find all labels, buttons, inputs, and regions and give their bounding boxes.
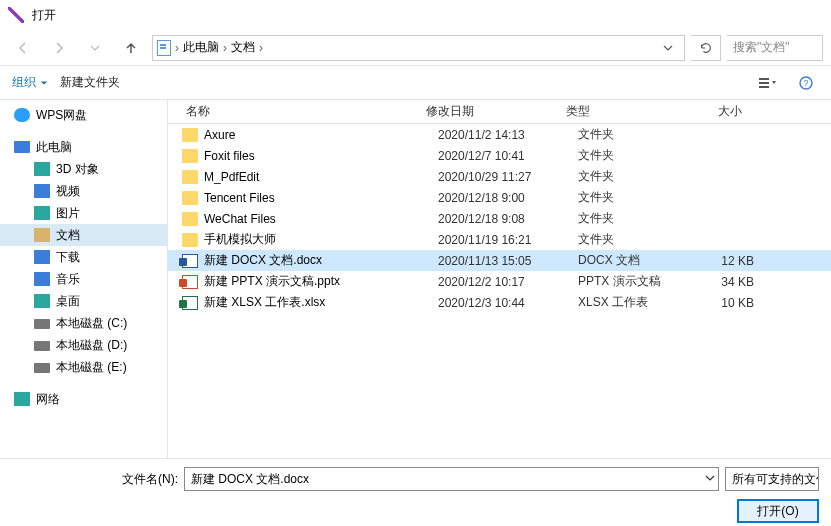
video-icon: [34, 184, 50, 198]
arrow-left-icon: [15, 40, 31, 56]
column-size[interactable]: 大小: [690, 103, 750, 120]
column-date[interactable]: 修改日期: [426, 103, 566, 120]
organize-label: 组织: [12, 74, 36, 91]
file-date: 2020/11/2 14:13: [438, 128, 578, 142]
chevron-right-icon: ›: [223, 41, 227, 55]
search-input[interactable]: 搜索"文档": [727, 35, 823, 61]
sidebar-item-desktop[interactable]: 桌面: [0, 290, 167, 312]
sidebar: WPS网盘 此电脑 3D 对象 视频 图片 文档 下载 音乐 桌面 本地磁盘 (…: [0, 100, 168, 458]
folder-icon: [182, 233, 198, 247]
up-button[interactable]: [116, 36, 146, 60]
file-type-filter[interactable]: 所有可支持的文件: [725, 467, 819, 491]
organize-menu[interactable]: 组织: [12, 74, 48, 91]
filter-label: 所有可支持的文件: [732, 471, 819, 488]
sidebar-item-pictures[interactable]: 图片: [0, 202, 167, 224]
file-name: 新建 XLSX 工作表.xlsx: [204, 294, 438, 311]
search-placeholder: 搜索"文档": [733, 39, 790, 56]
file-date: 2020/12/2 10:17: [438, 275, 578, 289]
file-row[interactable]: 手机模拟大师2020/11/19 16:21文件夹: [168, 229, 831, 250]
arrow-up-icon: [123, 40, 139, 56]
file-row[interactable]: WeChat Files2020/12/18 9:08文件夹: [168, 208, 831, 229]
title-bar: 打开: [0, 0, 831, 30]
file-row[interactable]: Foxit files2020/12/7 10:41文件夹: [168, 145, 831, 166]
sidebar-item-3d[interactable]: 3D 对象: [0, 158, 167, 180]
sidebar-label: WPS网盘: [36, 107, 87, 124]
breadcrumb-documents[interactable]: 文档: [231, 39, 255, 56]
folder-icon: [182, 149, 198, 163]
disk-icon: [34, 319, 50, 329]
file-type: 文件夹: [578, 147, 702, 164]
file-row[interactable]: 新建 PPTX 演示文稿.pptx2020/12/2 10:17PPTX 演示文…: [168, 271, 831, 292]
sidebar-item-disk-c[interactable]: 本地磁盘 (C:): [0, 312, 167, 334]
file-type: 文件夹: [578, 231, 702, 248]
pc-icon: [14, 141, 30, 153]
path-dropdown[interactable]: [656, 35, 680, 61]
documents-icon: [34, 228, 50, 242]
filename-dropdown[interactable]: [700, 472, 718, 486]
help-button[interactable]: ?: [793, 72, 819, 94]
sidebar-item-network[interactable]: 网络: [0, 388, 167, 410]
file-type: DOCX 文档: [578, 252, 702, 269]
disk-icon: [34, 363, 50, 373]
file-rows: Axure2020/11/2 14:13文件夹Foxit files2020/1…: [168, 124, 831, 458]
file-row[interactable]: Tencent Files2020/12/18 9:00文件夹: [168, 187, 831, 208]
sidebar-item-disk-d[interactable]: 本地磁盘 (D:): [0, 334, 167, 356]
file-type: 文件夹: [578, 210, 702, 227]
refresh-button[interactable]: [691, 35, 721, 61]
sidebar-label: 网络: [36, 391, 60, 408]
sidebar-item-pc[interactable]: 此电脑: [0, 136, 167, 158]
file-date: 2020/11/13 15:05: [438, 254, 578, 268]
file-row[interactable]: 新建 DOCX 文档.docx2020/11/13 15:05DOCX 文档12…: [168, 250, 831, 271]
sidebar-item-downloads[interactable]: 下载: [0, 246, 167, 268]
chevron-right-icon: ›: [259, 41, 263, 55]
file-name: Axure: [204, 128, 438, 142]
back-button[interactable]: [8, 36, 38, 60]
chevron-down-icon: [90, 43, 100, 53]
recent-dropdown[interactable]: [80, 36, 110, 60]
folder-icon: [182, 191, 198, 205]
file-name: M_PdfEdit: [204, 170, 438, 184]
open-button[interactable]: 打开(O): [737, 499, 819, 523]
sidebar-item-music[interactable]: 音乐: [0, 268, 167, 290]
sidebar-label: 此电脑: [36, 139, 72, 156]
sidebar-label: 本地磁盘 (D:): [56, 337, 127, 354]
sidebar-label: 视频: [56, 183, 80, 200]
file-row[interactable]: 新建 XLSX 工作表.xlsx2020/12/3 10:44XLSX 工作表1…: [168, 292, 831, 313]
downloads-icon: [34, 250, 50, 264]
file-type: 文件夹: [578, 168, 702, 185]
column-name[interactable]: 名称: [168, 103, 426, 120]
file-date: 2020/12/18 9:08: [438, 212, 578, 226]
sidebar-item-disk-e[interactable]: 本地磁盘 (E:): [0, 356, 167, 378]
music-icon: [34, 272, 50, 286]
file-size: 34 KB: [702, 275, 762, 289]
breadcrumb-this-pc[interactable]: 此电脑: [183, 39, 219, 56]
file-type: PPTX 演示文稿: [578, 273, 702, 290]
file-date: 2020/12/18 9:00: [438, 191, 578, 205]
new-folder-button[interactable]: 新建文件夹: [60, 74, 120, 91]
column-type[interactable]: 类型: [566, 103, 690, 120]
file-date: 2020/11/19 16:21: [438, 233, 578, 247]
breadcrumb-path[interactable]: › 此电脑 › 文档 ›: [152, 35, 685, 61]
chevron-down-icon: [663, 43, 673, 53]
filename-value: 新建 DOCX 文档.docx: [185, 471, 700, 488]
svg-rect-2: [759, 86, 769, 88]
file-row[interactable]: Axure2020/11/2 14:13文件夹: [168, 124, 831, 145]
disk-icon: [34, 341, 50, 351]
file-date: 2020/10/29 11:27: [438, 170, 578, 184]
chevron-right-icon: ›: [175, 41, 179, 55]
sidebar-label: 音乐: [56, 271, 80, 288]
file-type: 文件夹: [578, 189, 702, 206]
desktop-icon: [34, 294, 50, 308]
filename-input[interactable]: 新建 DOCX 文档.docx: [184, 467, 719, 491]
docx-icon: [182, 254, 198, 268]
sidebar-item-documents[interactable]: 文档: [0, 224, 167, 246]
file-row[interactable]: M_PdfEdit2020/10/29 11:27文件夹: [168, 166, 831, 187]
forward-button[interactable]: [44, 36, 74, 60]
sidebar-label: 文档: [56, 227, 80, 244]
view-options-button[interactable]: [755, 72, 781, 94]
sidebar-label: 图片: [56, 205, 80, 222]
refresh-icon: [699, 41, 713, 55]
sidebar-item-wps[interactable]: WPS网盘: [0, 104, 167, 126]
sidebar-item-video[interactable]: 视频: [0, 180, 167, 202]
cloud-icon: [14, 108, 30, 122]
